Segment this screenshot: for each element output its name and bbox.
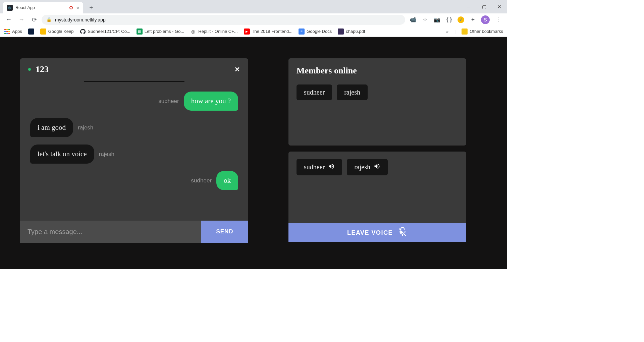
bookmarks-overflow-icon[interactable]: » <box>446 29 448 34</box>
profile-avatar[interactable]: S <box>481 15 490 24</box>
divider <box>84 81 184 82</box>
leave-voice-button[interactable]: LEAVE VOICE <box>288 223 466 242</box>
devtools-icon[interactable]: { } <box>445 16 453 23</box>
message-row: i am good rajesh <box>30 118 238 137</box>
message-author: sudheer <box>191 177 212 184</box>
react-favicon-icon: ⚛ <box>7 5 13 11</box>
member-chip[interactable]: sudheer <box>297 84 332 100</box>
toolbar-icons: 📹 ☆ 📷 { } ✓ ✦ S ⋮ <box>407 15 504 24</box>
lock-icon: 🔒 <box>46 17 52 22</box>
camera-recording-icon[interactable]: 📹 <box>409 16 417 23</box>
back-button[interactable]: ← <box>3 14 14 25</box>
menu-icon[interactable]: ⋮ <box>494 16 502 23</box>
window-controls: ─ ▢ ✕ <box>461 0 507 13</box>
keep-icon <box>40 28 46 35</box>
message-bubble: ok <box>216 171 238 190</box>
member-chip[interactable]: rajesh <box>337 84 368 100</box>
voice-panel: sudheer rajesh <box>288 152 466 242</box>
bookmark-apps[interactable]: Apps <box>4 28 22 35</box>
mic-off-icon <box>397 227 408 239</box>
message-author: sudheer <box>158 98 179 105</box>
bookmark-youtube[interactable]: ▶ The 2019 Frontend... <box>244 28 292 35</box>
room-name: 123 <box>36 64 49 74</box>
tab-bar: ⚛ React App × + ─ ▢ ✕ <box>0 0 507 13</box>
send-button[interactable]: SEND <box>201 221 248 243</box>
recording-indicator-icon <box>69 6 73 9</box>
message-row: sudheer how are you ? <box>30 92 238 111</box>
bookmarks-bar: Apps Google Keep Sudheer121/CP: Co... ▦ … <box>0 26 507 37</box>
message-input[interactable] <box>20 221 201 243</box>
bookmark-star-icon[interactable]: ☆ <box>421 16 429 23</box>
camera-icon[interactable]: 📷 <box>433 16 441 23</box>
chat-header: 123 ✕ <box>20 58 248 78</box>
generic-bookmark-icon <box>28 28 34 35</box>
message-row: sudheer ok <box>30 171 238 190</box>
volume-icon <box>328 163 335 171</box>
docs-icon: ≡ <box>299 28 305 35</box>
chat-panel: 123 ✕ sudheer how are you ? i am good ra… <box>20 58 248 243</box>
youtube-icon: ▶ <box>244 28 250 35</box>
folder-icon <box>462 28 468 35</box>
app-page: 123 ✕ sudheer how are you ? i am good ra… <box>0 37 507 269</box>
bookmark-github[interactable]: Sudheer121/CP: Co... <box>80 28 130 35</box>
replit-icon: ◎ <box>190 28 196 35</box>
members-panel: Members online sudheer rajesh <box>288 58 466 146</box>
minimize-button[interactable]: ─ <box>461 0 476 13</box>
voice-chip[interactable]: rajesh <box>347 159 388 175</box>
url-text: mystudyroom.netlify.app <box>55 17 106 22</box>
message-bubble: i am good <box>30 118 73 137</box>
messages-list[interactable]: sudheer how are you ? i am good rajesh l… <box>20 78 248 221</box>
sheets-icon: ▦ <box>137 28 143 35</box>
new-tab-button[interactable]: + <box>87 3 96 12</box>
maximize-button[interactable]: ▢ <box>476 0 492 13</box>
pdf-icon <box>338 28 344 35</box>
forward-button[interactable]: → <box>16 14 27 25</box>
close-window-button[interactable]: ✕ <box>492 0 507 13</box>
github-icon <box>80 28 86 35</box>
members-title: Members online <box>297 66 458 76</box>
bookmark-item[interactable] <box>28 28 34 35</box>
bookmark-pdf[interactable]: chap6.pdf <box>338 28 365 35</box>
bookmark-replit[interactable]: ◎ Repl.it - Online C+... <box>190 28 237 35</box>
close-tab-button[interactable]: × <box>75 5 80 11</box>
url-input[interactable]: 🔒 mystudyroom.netlify.app <box>42 15 405 25</box>
message-bubble: let's talk on voice <box>30 145 94 164</box>
browser-tab[interactable]: ⚛ React App × <box>3 2 83 13</box>
browser-window: ⚛ React App × + ─ ▢ ✕ ← → ⟳ 🔒 mystudyroo… <box>0 0 507 269</box>
apps-grid-icon <box>4 28 10 35</box>
bookmark-sheets[interactable]: ▦ Left problems - Go... <box>137 28 184 35</box>
extension-check-icon[interactable]: ✓ <box>458 16 464 23</box>
online-indicator-icon <box>28 68 31 71</box>
message-row: let's talk on voice rajesh <box>30 145 238 164</box>
compose-bar: SEND <box>20 221 248 243</box>
bookmark-google-keep[interactable]: Google Keep <box>40 28 74 35</box>
bookmark-docs[interactable]: ≡ Google Docs <box>299 28 332 35</box>
message-bubble: how are you ? <box>184 92 238 111</box>
address-bar: ← → ⟳ 🔒 mystudyroom.netlify.app 📹 ☆ 📷 { … <box>0 13 507 26</box>
extensions-icon[interactable]: ✦ <box>469 16 476 23</box>
message-author: rajesh <box>99 151 114 158</box>
message-author: rajesh <box>78 124 93 131</box>
members-list: sudheer rajesh <box>297 84 458 100</box>
tab-title: React App <box>15 5 35 10</box>
close-chat-button[interactable]: ✕ <box>234 65 240 73</box>
volume-icon <box>374 163 380 171</box>
other-bookmarks[interactable]: Other bookmarks <box>462 28 503 35</box>
voice-chip[interactable]: sudheer <box>297 159 342 175</box>
reload-button[interactable]: ⟳ <box>29 14 40 25</box>
voice-participants: sudheer rajesh <box>297 159 458 175</box>
side-column: Members online sudheer rajesh sudheer <box>288 58 466 255</box>
